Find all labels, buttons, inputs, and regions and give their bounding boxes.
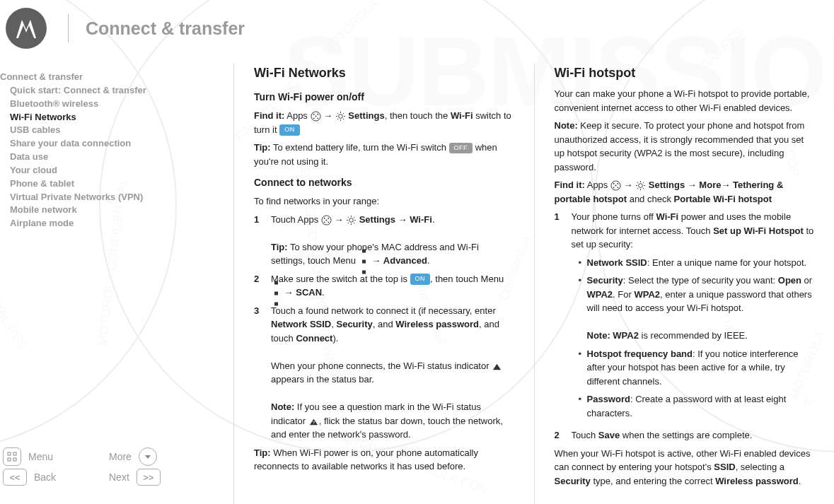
next-label[interactable]: Next — [109, 471, 129, 483]
paragraph: Your can make your phone a Wi-Fi hotspot… — [555, 87, 815, 115]
svg-point-14 — [324, 221, 325, 223]
back-icon[interactable]: << — [3, 469, 27, 486]
svg-rect-1 — [13, 452, 16, 455]
svg-point-6 — [317, 114, 318, 115]
subheading: Connect to networks — [254, 175, 514, 190]
motorola-logo — [6, 8, 47, 49]
header: Connect & transfer — [0, 0, 834, 49]
svg-rect-22 — [274, 291, 278, 295]
svg-rect-19 — [362, 259, 366, 263]
gear-icon — [635, 180, 646, 191]
on-badge: ON — [410, 274, 431, 285]
sidebar: Connect & transfer Quick start: Connect … — [0, 49, 233, 504]
toc-item[interactable]: Your cloud — [0, 164, 226, 177]
svg-point-28 — [613, 187, 615, 188]
svg-point-8 — [317, 117, 318, 119]
back-label[interactable]: Back — [34, 471, 56, 483]
toc-item[interactable]: Quick start: Connect & transfer — [0, 84, 226, 98]
bullet-list: Network SSID: Enter a unique name for yo… — [579, 256, 815, 421]
menu-dots-icon — [359, 256, 369, 266]
toc-item[interactable]: Data use — [0, 151, 226, 164]
main-columns: Wi-Fi Networks Turn Wi-Fi power on/off F… — [233, 49, 834, 504]
section-heading: Wi-Fi Networks — [254, 64, 514, 83]
toc-item[interactable]: Airplane mode — [0, 217, 226, 230]
off-badge: OFF — [449, 143, 473, 154]
findit-label: Find it: — [254, 110, 284, 121]
step-text: Your phone turns off Wi-Fi power and use… — [572, 210, 815, 424]
toc-item[interactable]: Share your data connection — [0, 137, 226, 151]
tip-line: Tip: To extend battery life, turn the Wi… — [254, 141, 514, 168]
svg-rect-21 — [274, 281, 278, 284]
menu-dots-icon — [271, 288, 282, 298]
bullet-item: Hotspot frequency band: If you notice in… — [579, 347, 815, 389]
apps-icon — [321, 215, 332, 225]
svg-point-12 — [324, 217, 325, 218]
svg-point-7 — [313, 117, 314, 119]
apps-icon — [311, 111, 321, 122]
toc-item-active[interactable]: Wi-Fi Networks — [0, 111, 226, 124]
column-wifi-hotspot: Wi-Fi hotspot Your can make your phone a… — [534, 64, 835, 504]
svg-point-16 — [325, 219, 327, 221]
wifi-question-icon: ? — [308, 416, 319, 427]
gear-icon — [335, 111, 346, 122]
toc-heading[interactable]: Connect & transfer — [0, 71, 226, 84]
toc-item[interactable]: Virtual Private Networks (VPN) — [0, 191, 226, 204]
findit-line: Find it: Apps → Settings → More→ Tetheri… — [555, 178, 815, 206]
svg-point-31 — [639, 184, 643, 188]
tip-line: Tip: When Wi-Fi power is on, your phone … — [254, 446, 514, 474]
bullet-item: Network SSID: Enter a unique name for yo… — [579, 256, 815, 270]
step-text: Touch Apps → Settings → Wi-Fi. Tip: To s… — [271, 213, 514, 268]
paragraph: When your Wi-Fi hotspot is active, other… — [555, 447, 815, 488]
svg-point-29 — [617, 187, 618, 188]
header-divider — [68, 14, 69, 42]
svg-point-27 — [617, 183, 618, 184]
bullet-item: Security: Select the type of security yo… — [579, 274, 815, 343]
svg-point-15 — [328, 221, 329, 223]
svg-rect-3 — [13, 458, 16, 461]
wifi-icon — [492, 361, 502, 372]
svg-rect-2 — [8, 458, 11, 461]
findit-line: Find it: Apps → Settings, then touch the… — [254, 109, 514, 136]
step-text: Make sure the switch at the top is ON, t… — [271, 272, 514, 300]
gear-icon — [346, 215, 357, 225]
toc-item[interactable]: Phone & tablet — [0, 177, 226, 191]
bullet-item: Password: Create a password with at leas… — [579, 392, 815, 420]
svg-text:?: ? — [313, 421, 315, 425]
svg-point-26 — [613, 183, 615, 184]
step-text: Touch a found network to connect it (if … — [271, 304, 514, 442]
more-label[interactable]: More — [109, 451, 132, 462]
section-heading: Wi-Fi hotspot — [555, 64, 815, 83]
apps-icon — [610, 180, 621, 191]
note-line: Note: Keep it secure. To protect your ph… — [555, 119, 815, 174]
svg-rect-18 — [362, 249, 366, 252]
svg-point-10 — [338, 115, 342, 119]
svg-point-30 — [615, 185, 617, 187]
steps-list: 1 Touch Apps → Settings → Wi-Fi. Tip: To… — [254, 213, 514, 442]
menu-label[interactable]: Menu — [28, 451, 53, 462]
svg-point-9 — [315, 116, 316, 117]
steps-list: 1 Your phone turns off Wi-Fi power and u… — [555, 210, 815, 443]
svg-point-5 — [313, 114, 314, 115]
menu-icon[interactable] — [3, 447, 21, 466]
toc-item[interactable]: USB cables — [0, 124, 226, 137]
more-icon[interactable] — [139, 447, 157, 466]
subheading: Turn Wi-Fi power on/off — [254, 90, 514, 105]
svg-point-17 — [349, 218, 354, 222]
column-wifi-networks: Wi-Fi Networks Turn Wi-Fi power on/off F… — [233, 64, 534, 504]
toc-item[interactable]: Mobile network — [0, 204, 226, 217]
on-badge: ON — [279, 124, 300, 136]
svg-point-13 — [328, 217, 329, 218]
step-text: Touch Save when the settings are complet… — [572, 428, 815, 443]
intro: To find networks in your range: — [254, 194, 514, 209]
table-of-contents: Connect & transfer Quick start: Connect … — [0, 71, 226, 230]
page-title: Connect & transfer — [86, 18, 245, 39]
toc-item[interactable]: Bluetooth® wireless — [0, 98, 226, 111]
next-icon[interactable]: >> — [137, 469, 161, 486]
svg-rect-0 — [8, 452, 11, 455]
nav-footer: Menu More << Back Next >> — [0, 436, 226, 497]
